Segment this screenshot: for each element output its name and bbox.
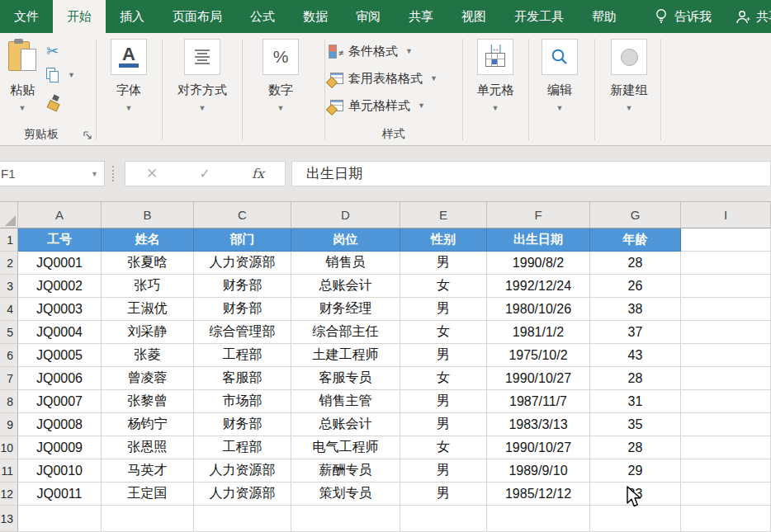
cell-C1[interactable]: 部门 bbox=[194, 228, 291, 252]
cell-F10[interactable]: 1990/10/27 bbox=[487, 436, 590, 459]
cell-I6[interactable] bbox=[681, 344, 771, 367]
ribbon-tab-4[interactable]: 公式 bbox=[236, 0, 289, 33]
cell-D10[interactable]: 电气工程师 bbox=[291, 436, 400, 459]
tell-me-box[interactable]: 告诉我 bbox=[644, 0, 723, 33]
cell-I3[interactable] bbox=[681, 275, 771, 298]
new-group-button[interactable]: 新建组 ▼ bbox=[593, 39, 665, 111]
cell-A1[interactable]: 工号 bbox=[18, 228, 102, 252]
select-all-corner[interactable] bbox=[0, 202, 18, 228]
cell-F3[interactable]: 1992/12/24 bbox=[487, 275, 590, 298]
column-header-B[interactable]: B bbox=[102, 202, 194, 228]
cell-B2[interactable]: 张夏晗 bbox=[102, 252, 194, 275]
cell-A10[interactable]: JQ0009 bbox=[18, 436, 102, 459]
cell-A11[interactable]: JQ0010 bbox=[18, 459, 102, 483]
ribbon-tab-10[interactable]: 帮助 bbox=[578, 0, 631, 33]
row-header-9[interactable]: 9 bbox=[0, 413, 18, 436]
cell-D5[interactable]: 综合部主任 bbox=[291, 321, 400, 344]
cell-D11[interactable]: 薪酬专员 bbox=[291, 459, 400, 483]
cell-I12[interactable] bbox=[681, 483, 771, 506]
clipboard-dialog-launcher-icon[interactable] bbox=[83, 131, 92, 140]
cell-C13[interactable] bbox=[194, 506, 291, 532]
cell-I9[interactable] bbox=[681, 413, 771, 436]
row-header-6[interactable]: 6 bbox=[0, 344, 18, 367]
cell-C4[interactable]: 财务部 bbox=[194, 298, 291, 321]
cell-C8[interactable]: 市场部 bbox=[194, 390, 291, 413]
row-header-13[interactable]: 13 bbox=[0, 506, 18, 532]
cell-I11[interactable] bbox=[681, 459, 771, 483]
cell-B4[interactable]: 王淑优 bbox=[102, 298, 194, 321]
cell-G9[interactable]: 35 bbox=[590, 413, 681, 436]
name-box[interactable]: F1 ▼ bbox=[0, 161, 105, 186]
cell-styles-button[interactable]: 单元格样式 ▼ bbox=[329, 97, 425, 115]
ribbon-tab-9[interactable]: 开发工具 bbox=[500, 0, 578, 33]
ribbon-tab-1[interactable]: 开始 bbox=[53, 0, 106, 33]
cell-I2[interactable] bbox=[681, 252, 771, 275]
formula-input[interactable]: 出生日期 bbox=[291, 161, 771, 186]
editing-group-button[interactable]: 编辑 ▼ bbox=[523, 39, 596, 111]
column-header-F[interactable]: F bbox=[487, 202, 590, 228]
ribbon-tab-3[interactable]: 页面布局 bbox=[158, 0, 236, 33]
cell-B3[interactable]: 张巧 bbox=[102, 275, 194, 298]
cell-A3[interactable]: JQ0002 bbox=[18, 275, 102, 298]
cell-C10[interactable]: 工程部 bbox=[194, 436, 291, 459]
cell-D6[interactable]: 土建工程师 bbox=[291, 344, 400, 367]
column-header-C[interactable]: C bbox=[194, 202, 291, 228]
insert-function-icon[interactable]: fx bbox=[252, 166, 264, 181]
cell-A2[interactable]: JQ0001 bbox=[18, 252, 102, 275]
ribbon-tab-6[interactable]: 审阅 bbox=[342, 0, 395, 33]
cell-B11[interactable]: 马英才 bbox=[102, 459, 194, 483]
row-header-2[interactable]: 2 bbox=[0, 252, 18, 275]
cell-A12[interactable]: JQ0011 bbox=[18, 483, 102, 506]
cell-E13[interactable] bbox=[400, 506, 487, 532]
font-group-button[interactable]: A 字体 ▼ bbox=[92, 39, 165, 111]
cell-F2[interactable]: 1990/8/2 bbox=[487, 252, 590, 275]
font-dropdown-arrow[interactable]: ▼ bbox=[125, 105, 133, 111]
cell-B5[interactable]: 刘采静 bbox=[102, 321, 194, 344]
cell-I5[interactable] bbox=[681, 321, 771, 344]
cell-E2[interactable]: 男 bbox=[400, 252, 487, 275]
editing-dropdown-arrow[interactable]: ▼ bbox=[556, 105, 564, 111]
cell-C6[interactable]: 工程部 bbox=[194, 344, 291, 367]
paste-button[interactable]: 粘贴 ▼ bbox=[2, 39, 42, 111]
cell-A5[interactable]: JQ0004 bbox=[18, 321, 102, 344]
cell-G1[interactable]: 年龄 bbox=[590, 228, 681, 252]
cell-C11[interactable]: 人力资源部 bbox=[194, 459, 291, 483]
cell-G3[interactable]: 26 bbox=[590, 275, 681, 298]
cell-I13[interactable] bbox=[681, 506, 771, 532]
cell-E1[interactable]: 性别 bbox=[400, 228, 487, 252]
cells-dropdown-arrow[interactable]: ▼ bbox=[492, 105, 499, 111]
cell-G5[interactable]: 37 bbox=[590, 321, 681, 344]
cell-C12[interactable]: 人力资源部 bbox=[194, 483, 291, 506]
cell-D1[interactable]: 岗位 bbox=[291, 228, 400, 252]
cell-F7[interactable]: 1990/10/27 bbox=[487, 367, 590, 390]
copy-dropdown-arrow[interactable]: ▼ bbox=[68, 71, 75, 79]
column-header-I[interactable]: I bbox=[681, 202, 771, 228]
row-header-7[interactable]: 7 bbox=[0, 367, 18, 390]
column-header-E[interactable]: E bbox=[400, 202, 487, 228]
cell-D4[interactable]: 财务经理 bbox=[291, 298, 400, 321]
row-header-11[interactable]: 11 bbox=[0, 459, 18, 483]
cell-B10[interactable]: 张恩照 bbox=[102, 436, 194, 459]
cell-G10[interactable]: 28 bbox=[590, 436, 681, 459]
new-group-dropdown-arrow[interactable]: ▼ bbox=[626, 105, 633, 111]
cell-E10[interactable]: 女 bbox=[400, 436, 487, 459]
share-button[interactable]: 共享 bbox=[736, 0, 771, 33]
cell-F6[interactable]: 1975/10/2 bbox=[487, 344, 590, 367]
cell-G4[interactable]: 38 bbox=[590, 298, 681, 321]
cell-A9[interactable]: JQ0008 bbox=[18, 413, 102, 436]
cell-E12[interactable]: 男 bbox=[400, 483, 487, 506]
cell-B1[interactable]: 姓名 bbox=[102, 228, 194, 252]
cells-group-button[interactable]: |↔| 单元格 ▼ bbox=[459, 39, 532, 111]
format-painter-button[interactable] bbox=[46, 97, 61, 110]
column-header-D[interactable]: D bbox=[291, 202, 400, 228]
cell-E6[interactable]: 男 bbox=[400, 344, 487, 367]
cell-A4[interactable]: JQ0003 bbox=[18, 298, 102, 321]
cell-E11[interactable]: 男 bbox=[400, 459, 487, 483]
cell-E9[interactable]: 男 bbox=[400, 413, 487, 436]
cell-A13[interactable] bbox=[18, 506, 102, 532]
cell-F13[interactable] bbox=[487, 506, 590, 532]
cell-B9[interactable]: 杨钧宁 bbox=[102, 413, 194, 436]
cell-B8[interactable]: 张黎曾 bbox=[102, 390, 194, 413]
cell-D12[interactable]: 策划专员 bbox=[291, 483, 400, 506]
conditional-formatting-button[interactable]: ≠ 条件格式 ▼ bbox=[329, 42, 413, 60]
